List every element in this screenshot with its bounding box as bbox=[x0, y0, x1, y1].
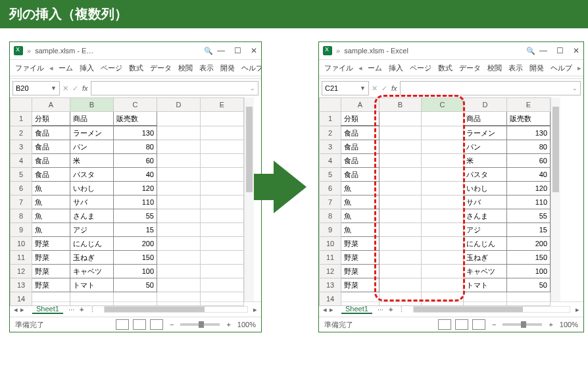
cell[interactable]: トマト bbox=[70, 278, 114, 292]
page-layout-button[interactable] bbox=[133, 319, 146, 330]
ribbon-tab-help[interactable]: ヘルプ bbox=[548, 63, 575, 73]
vertical-scrollbar[interactable] bbox=[244, 97, 254, 301]
cell[interactable] bbox=[157, 265, 201, 278]
cell[interactable] bbox=[201, 168, 244, 182]
cell[interactable] bbox=[380, 265, 422, 278]
row-header[interactable]: 1 bbox=[11, 112, 32, 126]
row-header[interactable]: 2 bbox=[11, 126, 32, 140]
cell[interactable]: 野菜 bbox=[341, 265, 380, 278]
cell[interactable] bbox=[422, 278, 464, 292]
cell[interactable]: 40 bbox=[507, 168, 551, 182]
ribbon-tab-review[interactable]: 校閲 bbox=[485, 63, 504, 73]
cell[interactable]: 魚 bbox=[32, 196, 70, 209]
name-box[interactable]: B20 ▼ bbox=[12, 81, 60, 95]
cell[interactable]: パスタ bbox=[464, 168, 507, 182]
ribbon-tab-insert[interactable]: 挿入 bbox=[386, 63, 406, 73]
cell[interactable]: アジ bbox=[464, 223, 507, 237]
cell[interactable]: 120 bbox=[114, 182, 157, 196]
chevron-down-icon[interactable]: ▼ bbox=[360, 85, 366, 92]
cell[interactable] bbox=[157, 168, 201, 182]
horizontal-scrollbar[interactable] bbox=[413, 306, 570, 313]
row-header[interactable]: 10 bbox=[11, 237, 32, 251]
cell[interactable]: 110 bbox=[114, 196, 157, 209]
row-header[interactable]: 10 bbox=[320, 237, 341, 251]
cell[interactable]: 100 bbox=[507, 265, 551, 278]
cell[interactable] bbox=[380, 237, 422, 251]
cell[interactable]: 80 bbox=[507, 140, 551, 154]
cell[interactable]: 野菜 bbox=[341, 237, 380, 251]
cell[interactable]: 野菜 bbox=[341, 278, 380, 292]
col-header[interactable]: B bbox=[70, 98, 114, 112]
cell[interactable] bbox=[201, 126, 244, 140]
zoom-out-button[interactable]: − bbox=[492, 321, 496, 328]
cell[interactable] bbox=[201, 265, 244, 278]
normal-view-button[interactable] bbox=[116, 319, 129, 330]
cell[interactable]: 魚 bbox=[341, 223, 380, 237]
sheet-tab[interactable]: Sheet1 bbox=[341, 305, 372, 314]
cell[interactable]: キャベツ bbox=[70, 265, 114, 278]
cell[interactable]: 魚 bbox=[32, 182, 70, 196]
cell[interactable]: 食品 bbox=[32, 126, 70, 140]
cell[interactable] bbox=[32, 292, 70, 306]
search-icon[interactable]: 🔍 bbox=[204, 47, 213, 55]
ribbon-tab-home[interactable]: ーム bbox=[365, 63, 385, 73]
cell[interactable]: 120 bbox=[507, 182, 551, 196]
cell[interactable] bbox=[380, 168, 422, 182]
ribbon-tab-view[interactable]: 表示 bbox=[506, 63, 526, 73]
cell[interactable]: 魚 bbox=[32, 209, 70, 223]
maximize-button[interactable]: ☐ bbox=[556, 46, 564, 55]
close-button[interactable]: ✕ bbox=[573, 46, 579, 55]
cell[interactable]: パン bbox=[464, 140, 507, 154]
horizontal-scrollbar[interactable] bbox=[104, 306, 248, 313]
zoom-slider[interactable] bbox=[502, 323, 542, 326]
ribbon-scroll-right-icon[interactable]: ▸ bbox=[576, 64, 583, 72]
cell[interactable]: 食品 bbox=[32, 140, 70, 154]
row-header[interactable]: 6 bbox=[320, 182, 341, 196]
close-button[interactable]: ✕ bbox=[251, 46, 257, 55]
row-header[interactable]: 14 bbox=[11, 292, 32, 306]
cell[interactable]: 分類 bbox=[341, 112, 380, 126]
cell[interactable] bbox=[201, 140, 244, 154]
cell[interactable]: 80 bbox=[114, 140, 157, 154]
cell[interactable] bbox=[201, 237, 244, 251]
cell[interactable]: パン bbox=[70, 140, 114, 154]
cell[interactable] bbox=[380, 278, 422, 292]
ribbon-tab-review[interactable]: 校閲 bbox=[176, 63, 195, 73]
sheet-tab[interactable]: Sheet1 bbox=[32, 305, 63, 314]
cell[interactable] bbox=[157, 237, 201, 251]
row-header[interactable]: 13 bbox=[11, 278, 32, 292]
cell[interactable]: 商品 bbox=[70, 112, 114, 126]
col-header[interactable]: A bbox=[341, 98, 380, 112]
row-header[interactable]: 8 bbox=[11, 209, 32, 223]
cell[interactable] bbox=[157, 251, 201, 265]
cell[interactable] bbox=[157, 126, 201, 140]
cell[interactable] bbox=[380, 140, 422, 154]
cell[interactable]: 野菜 bbox=[341, 251, 380, 265]
cell[interactable]: ラーメン bbox=[70, 126, 114, 140]
ribbon-tab-formula[interactable]: 数式 bbox=[435, 63, 455, 73]
row-header[interactable]: 7 bbox=[320, 196, 341, 209]
cell[interactable]: 玉ねぎ bbox=[464, 251, 507, 265]
cell[interactable]: 米 bbox=[464, 154, 507, 168]
ribbon-tab-home[interactable]: ーム bbox=[56, 63, 76, 73]
cell[interactable]: 玉ねぎ bbox=[70, 251, 114, 265]
cell[interactable]: アジ bbox=[70, 223, 114, 237]
cell[interactable] bbox=[422, 251, 464, 265]
row-header[interactable]: 7 bbox=[11, 196, 32, 209]
select-all-corner[interactable] bbox=[11, 98, 32, 112]
cell[interactable]: 販売数 bbox=[507, 112, 551, 126]
cell[interactable] bbox=[201, 251, 244, 265]
ribbon-tab-data[interactable]: データ bbox=[456, 63, 483, 73]
cell[interactable]: 50 bbox=[114, 278, 157, 292]
cell[interactable] bbox=[422, 140, 464, 154]
row-header[interactable]: 3 bbox=[11, 140, 32, 154]
cell[interactable]: 150 bbox=[507, 251, 551, 265]
sheet-nav-arrows[interactable]: ◂▸ bbox=[323, 305, 336, 314]
vertical-scrollbar[interactable] bbox=[551, 97, 560, 301]
cell[interactable] bbox=[341, 292, 380, 306]
page-layout-button[interactable] bbox=[455, 319, 468, 330]
cell[interactable]: 米 bbox=[70, 154, 114, 168]
cell[interactable] bbox=[507, 292, 551, 306]
cell[interactable] bbox=[201, 292, 244, 306]
cell[interactable]: 40 bbox=[114, 168, 157, 182]
